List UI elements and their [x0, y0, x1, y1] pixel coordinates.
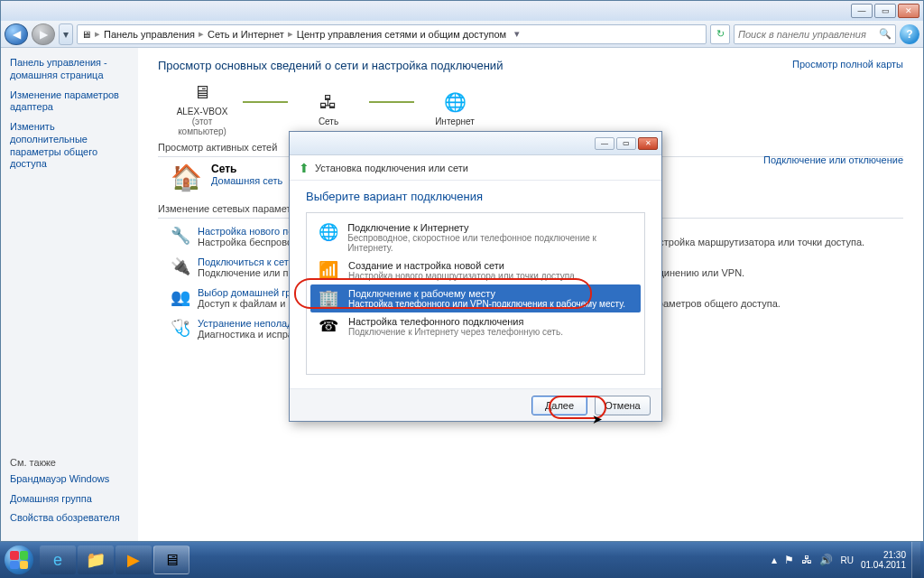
clock-time: 21:30 — [861, 550, 906, 561]
plug-icon: 🔌 — [171, 256, 190, 276]
netnode-label: Интернет — [423, 117, 486, 126]
sidebar-link-home[interactable]: Панель управления - домашняя страница — [10, 57, 129, 82]
taskbar-ie[interactable]: e — [40, 545, 76, 574]
netnode-label: ALEX-VBOX — [171, 107, 234, 117]
netmap-connector — [369, 101, 414, 103]
ie-icon: e — [53, 551, 62, 570]
breadcrumb-item[interactable]: Центр управления сетями и общим доступом — [297, 29, 506, 40]
wizard-footer: Далее Отмена — [290, 388, 661, 421]
taskbar-clock[interactable]: 21:30 01.04.2011 — [861, 550, 906, 571]
connection-wizard-dialog: — ▭ ✕ ⬆ Установка подключения или сети В… — [289, 131, 662, 422]
wizard-option-new-network[interactable]: 📶 Создание и настройка новой сети Настро… — [310, 256, 641, 284]
see-also-internet-options[interactable]: Свойства обозревателя — [10, 512, 129, 525]
netmap-connector — [243, 101, 288, 103]
pc-icon: 🖥 — [188, 79, 217, 105]
wizard-option-list: 🌐 Подключение к Интернету Беспроводное, … — [306, 212, 645, 375]
wizard-option-workplace[interactable]: 🏢 Подключение к рабочему месту Настройка… — [310, 284, 641, 312]
active-network-name: Сеть — [211, 163, 282, 175]
option-desc: Подключение к Интернету через телефонную… — [348, 327, 563, 337]
tray-network-icon[interactable]: 🖧 — [801, 554, 812, 566]
folder-icon: 📁 — [86, 550, 106, 570]
taskbar-mediaplayer[interactable]: ▶ — [116, 545, 152, 574]
tray-flag-icon[interactable]: ⚑ — [784, 554, 794, 566]
view-full-map-link[interactable]: Просмотр полной карты — [792, 59, 903, 70]
network-map: 🖥 ALEX-VBOX (этот компьютер) 🖧 Сеть 🌐 Ин… — [171, 79, 903, 136]
wizard-body: Выберите вариант подключения 🌐 Подключен… — [290, 181, 661, 388]
option-title: Создание и настройка новой сети — [348, 260, 578, 271]
option-desc: Настройка нового маршрутизатора или точк… — [348, 271, 578, 281]
search-input[interactable] — [738, 29, 879, 40]
people-icon: 👥 — [171, 287, 190, 307]
wizard-title: Установка подключения или сети — [315, 163, 468, 173]
chevron-right-icon: ▸ — [288, 28, 293, 40]
language-indicator[interactable]: RU — [840, 555, 853, 565]
wizard-option-internet[interactable]: 🌐 Подключение к Интернету Беспроводное, … — [310, 219, 641, 256]
tray-volume-icon[interactable]: 🔊 — [819, 554, 833, 566]
wizard-option-dialup[interactable]: ☎ Настройка телефонного подключения Подк… — [310, 312, 641, 340]
show-desktop-button[interactable] — [911, 542, 920, 578]
wizard-heading: Выберите вариант подключения — [306, 190, 645, 203]
home-icon: 🏠 — [171, 163, 202, 192]
taskbar-control-panel[interactable]: 🖥 — [153, 545, 189, 574]
globe-icon: 🌐 — [316, 222, 340, 242]
help-button[interactable]: ? — [900, 24, 919, 44]
sidebar-link-sharing[interactable]: Изменить дополнительные параметры общего… — [10, 121, 129, 171]
nav-back-button[interactable]: ◀ — [5, 23, 28, 45]
nav-forward-button[interactable]: ▶ — [32, 23, 55, 45]
search-box[interactable]: 🔍 — [734, 24, 896, 44]
breadcrumb[interactable]: 🖥 ▸ Панель управления ▸ Сеть и Интернет … — [77, 24, 707, 44]
see-also-firewall[interactable]: Брандмауэр Windows — [10, 473, 129, 486]
breadcrumb-root-icon: 🖥 — [81, 29, 91, 40]
titlebar: — ▭ ✕ — [1, 1, 923, 21]
globe-icon: 🌐 — [440, 89, 469, 115]
breadcrumb-item[interactable]: Панель управления — [104, 29, 195, 40]
phone-icon: ☎ — [316, 316, 341, 336]
sidebar-link-adapter[interactable]: Изменение параметров адаптера — [10, 89, 129, 115]
close-button[interactable]: ✕ — [898, 4, 919, 18]
option-title: Подключение к рабочему месту — [348, 288, 625, 299]
see-also-homegroup[interactable]: Домашняя группа — [10, 493, 129, 506]
wizard-close-button[interactable]: ✕ — [638, 137, 658, 150]
option-title: Подключение к Интернету — [347, 222, 635, 233]
diagnose-icon: 🩺 — [171, 318, 190, 338]
netnode-label: Сеть — [297, 117, 360, 126]
maximize-button[interactable]: ▭ — [874, 4, 896, 18]
taskbar: e 📁 ▶ 🖥 ▴ ⚑ 🖧 🔊 RU 21:30 01.04.2011 — [0, 542, 924, 578]
breadcrumb-item[interactable]: Сеть и Интернет — [208, 29, 284, 40]
wrench-icon: 🔧 — [171, 226, 190, 246]
search-icon: 🔍 — [879, 28, 892, 40]
see-also-heading: См. также — [10, 457, 129, 468]
media-icon: ▶ — [127, 550, 140, 570]
sidebar: Панель управления - домашняя страница Из… — [1, 48, 138, 541]
taskbar-explorer[interactable]: 📁 — [78, 545, 114, 574]
breadcrumb-dropdown-icon[interactable]: ▾ — [510, 28, 524, 40]
wizard-icon: ⬆ — [299, 161, 310, 175]
connect-disconnect-link[interactable]: Подключение или отключение — [763, 154, 903, 165]
clock-date: 01.04.2011 — [861, 560, 906, 571]
router-icon: 📶 — [316, 260, 341, 280]
workplace-icon: 🏢 — [316, 288, 341, 308]
tray-expand-icon[interactable]: ▴ — [772, 554, 777, 566]
refresh-button[interactable]: ↻ — [710, 24, 730, 44]
option-desc: Настройка телефонного или VPN-подключени… — [348, 299, 625, 309]
netnode-this-pc[interactable]: 🖥 ALEX-VBOX (этот компьютер) — [171, 79, 234, 136]
next-button[interactable]: Далее — [531, 396, 587, 415]
system-tray: ▴ ⚑ 🖧 🔊 RU 21:30 01.04.2011 — [772, 550, 911, 571]
netnode-network[interactable]: 🖧 Сеть — [297, 89, 360, 126]
netnode-sub: (этот компьютер) — [171, 117, 234, 136]
nav-history-dropdown[interactable]: ▾ — [59, 23, 73, 45]
wizard-titlebar: — ▭ ✕ — [290, 132, 661, 155]
minimize-button[interactable]: — — [851, 4, 873, 18]
address-bar: ◀ ▶ ▾ 🖥 ▸ Панель управления ▸ Сеть и Инт… — [1, 21, 923, 48]
netnode-internet[interactable]: 🌐 Интернет — [423, 89, 486, 126]
wizard-maximize-button[interactable]: ▭ — [616, 137, 636, 150]
chevron-right-icon: ▸ — [95, 28, 100, 40]
wizard-header: ⬆ Установка подключения или сети — [290, 155, 661, 181]
settings-icon: 🖥 — [163, 551, 180, 570]
wizard-minimize-button[interactable]: — — [595, 137, 614, 150]
cancel-button[interactable]: Отмена — [595, 396, 651, 415]
start-button[interactable] — [0, 542, 38, 578]
option-title: Настройка телефонного подключения — [348, 316, 563, 327]
windows-logo-icon — [5, 545, 33, 574]
active-network-type-link[interactable]: Домашняя сеть — [211, 175, 282, 186]
